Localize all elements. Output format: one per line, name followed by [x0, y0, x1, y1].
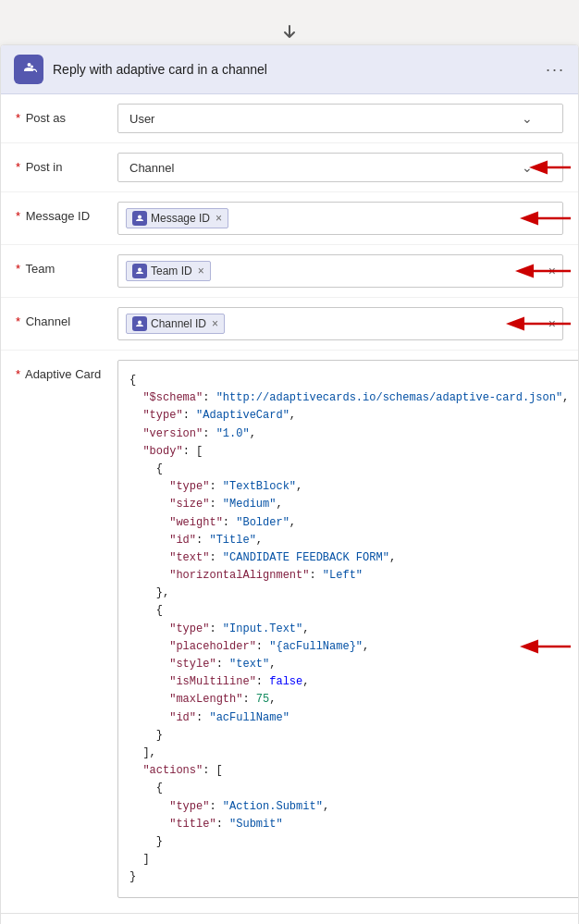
json-line: { [129, 461, 569, 478]
card-header: Reply with adaptive card in a channel ··… [1, 45, 578, 94]
team-tag-close[interactable]: × [198, 265, 204, 277]
team-label-text: Team [25, 262, 55, 276]
team-tagbox[interactable]: Team ID × [117, 254, 563, 288]
team-label: * Team [16, 254, 117, 276]
json-line: "horizontalAlignment": "Left" [129, 567, 569, 585]
json-line: "id": "Title", [129, 532, 569, 549]
post-as-row: * Post as User ⌄ [1, 94, 578, 143]
json-line: "style": "text", [129, 656, 569, 673]
json-line: "$schema": "http://adaptivecards.io/sche… [129, 389, 569, 407]
team-tag-icon [132, 264, 147, 278]
teams-tag-icon2 [135, 266, 144, 276]
teams-logo [14, 55, 43, 84]
team-row: * Team Team ID × [1, 245, 578, 298]
json-line: "placeholder": "{acFullName}", [129, 638, 569, 656]
channel-control: Channel ID × × [117, 307, 563, 340]
channel-label: * Channel [16, 307, 117, 328]
message-id-label: * Message ID [16, 202, 117, 223]
svg-point-3 [138, 268, 142, 272]
svg-point-1 [138, 216, 142, 219]
json-line: } [129, 869, 569, 886]
team-control: Team ID × × [117, 254, 563, 288]
post-in-label: * Post in [16, 153, 117, 174]
json-line: "isMultiline": false, [129, 673, 569, 691]
channel-row: * Channel Channel ID [1, 298, 578, 351]
json-line: ] [129, 851, 569, 869]
svg-point-5 [138, 321, 142, 325]
channel-tag: Channel ID × [126, 314, 225, 334]
teams-tag-icon [135, 214, 144, 223]
card-container: Reply with adaptive card in a channel ··… [0, 44, 579, 924]
channel-tag-close[interactable]: × [212, 317, 218, 330]
post-as-select[interactable]: User ⌄ [117, 104, 563, 133]
channel-tag-icon [132, 316, 147, 331]
json-line: "type": "Input.Text", [129, 621, 569, 638]
json-line: { [129, 602, 569, 620]
json-line: "version": "1.0", [129, 425, 569, 443]
channel-clear-button[interactable]: × [548, 316, 556, 331]
json-line: }, [129, 585, 569, 602]
json-line: } [129, 833, 569, 851]
top-arrow [0, 18, 579, 44]
show-advanced-section: Show advanced options ⌄ [1, 913, 578, 924]
json-line: { [129, 372, 569, 389]
teams-tag-icon3 [135, 319, 144, 328]
message-id-tagbox[interactable]: Message ID × [117, 202, 563, 235]
teams-icon [19, 60, 38, 79]
message-id-tag-close[interactable]: × [216, 212, 222, 225]
json-line: "text": "CANDIDATE FEEDBACK FORM", [129, 549, 569, 567]
post-as-label: * Post as [16, 104, 117, 125]
message-id-control: Message ID × [117, 202, 563, 235]
json-line: "body": [ [129, 443, 569, 461]
json-line: "maxLength": 75, [129, 691, 569, 708]
json-line: ], [129, 745, 569, 762]
post-in-row: * Post in Channel ⌄ [1, 143, 578, 192]
json-line: "actions": [ [129, 762, 569, 780]
json-line: "id": "acFullName" [129, 709, 569, 727]
json-line: } [129, 727, 569, 745]
team-tag: Team ID × [126, 261, 211, 281]
post-as-control: User ⌄ [117, 104, 563, 133]
down-arrow-icon [282, 24, 297, 39]
json-line: "weight": "Bolder", [129, 514, 569, 532]
json-line: "title": "Submit" [129, 816, 569, 833]
channel-tagbox[interactable]: Channel ID × [117, 307, 563, 340]
message-id-tag: Message ID × [126, 208, 228, 228]
post-in-chevron-icon: ⌄ [522, 160, 533, 175]
json-line: "type": "AdaptiveCard", [129, 407, 569, 425]
adaptive-card-row: * Adaptive Card { "$schema": "http://ada… [1, 351, 578, 913]
message-id-tag-icon [132, 211, 147, 226]
json-line: { [129, 780, 569, 797]
header-title: Reply with adaptive card in a channel [53, 62, 546, 77]
post-in-control: Channel ⌄ [117, 153, 563, 182]
card-body: * Post as User ⌄ * Post in [1, 94, 578, 913]
header-menu-button[interactable]: ··· [546, 60, 565, 80]
post-as-chevron-icon: ⌄ [522, 111, 533, 126]
adaptive-card-label: * Adaptive Card [16, 360, 117, 381]
json-line: "size": "Medium", [129, 496, 569, 513]
json-content: { "$schema": "http://adaptivecards.io/sc… [129, 372, 569, 886]
post-in-select[interactable]: Channel ⌄ [117, 153, 563, 182]
message-id-row: * Message ID Message ID [1, 192, 578, 245]
json-line: "type": "Action.Submit", [129, 798, 569, 816]
json-editor[interactable]: { "$schema": "http://adaptivecards.io/sc… [117, 360, 579, 898]
json-line: "type": "TextBlock", [129, 478, 569, 496]
team-clear-button[interactable]: × [548, 264, 556, 278]
